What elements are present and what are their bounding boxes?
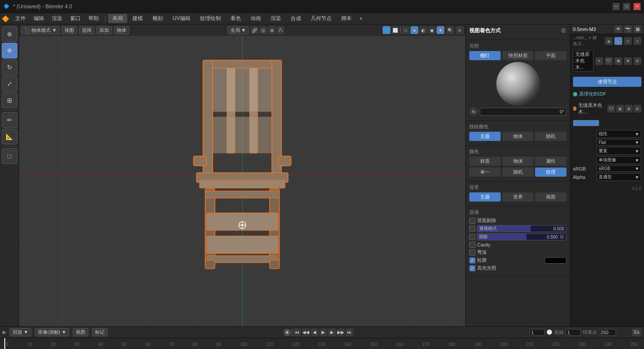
shadow-slider[interactable]: 阴影 0.500 ⚙ [477,233,566,240]
prev-frame-icon[interactable]: ◀ [311,328,319,336]
colorspace-dropdown[interactable]: sRGB ▼ [597,165,641,172]
matcap-sphere-preview[interactable] [496,62,540,106]
minimize-button[interactable]: ─ [613,3,620,10]
shading-wireframe[interactable]: □ [402,26,410,34]
material-color-swatch[interactable] [573,120,599,126]
add-material-icon[interactable]: + [595,57,603,65]
tl-marker-btn[interactable]: 标记 [92,328,108,336]
shadow-settings-icon[interactable]: ⚙ [559,234,564,240]
start-frame-input[interactable] [566,329,581,336]
lighting-matcap-btn[interactable]: 快照材质 [502,51,534,60]
delete-material-icon[interactable]: ✕ [624,57,632,65]
xray-icon[interactable]: ⬜ [391,26,399,34]
tab-rendering[interactable]: 渲染 [266,14,285,23]
outline-color-swatch[interactable] [545,257,566,263]
tab-sculpt[interactable]: 雕刻 [148,14,167,23]
maximize-button[interactable]: □ [623,3,630,10]
tool-scale[interactable]: ⤢ [2,76,17,92]
viewport-global[interactable]: 全局 ▼ [227,26,249,34]
material-icon[interactable]: ◈ [614,37,622,45]
render-layer-icon[interactable]: ▦ [634,25,641,33]
shadow-checkbox[interactable] [469,234,475,240]
alpha-dropdown[interactable]: 直通型 ▼ [597,173,641,181]
shield-material-icon[interactable]: 🛡 [607,105,615,113]
current-frame-input[interactable] [529,329,545,336]
add-menu[interactable]: 添加 [96,26,112,34]
color-object-btn[interactable]: 物体 [502,157,534,166]
shading-solid[interactable]: ● [410,26,418,34]
transform-pivot-icon[interactable]: ⊗ [268,26,276,34]
shading-eevee[interactable]: ◉ [428,26,436,34]
projection-dropdown[interactable]: Flat ▼ [597,139,641,146]
color-texture-btn[interactable]: 纹理 [535,168,566,177]
next-frame-icon[interactable]: ▶ [328,328,336,336]
tool-rotate[interactable]: ↻ [2,59,17,75]
menu-render[interactable]: 渲染 [48,14,66,23]
filter-icon[interactable]: ≡ [456,26,464,34]
mode-selector[interactable]: ⬛ 物体模式 ▼ [21,26,60,34]
more-options-icon[interactable]: ≡ [634,57,641,65]
interpolation-dropdown[interactable]: 线性 ▼ [597,130,641,138]
tab-add[interactable]: + [357,15,365,23]
use-nodes-button[interactable]: 使用节点 [573,77,641,87]
tool-cursor[interactable]: ⊕ [2,26,17,42]
shield-icon[interactable]: 🛡 [605,57,613,65]
prev-keyframe-icon[interactable]: ◀◀ [302,328,310,336]
menu-edit[interactable]: 编辑 [30,14,47,23]
tab-layout[interactable]: 布局 [108,14,127,23]
copy-node-icon[interactable]: ⊕ [616,105,624,113]
tab-compositing[interactable]: 合成 [286,14,305,23]
cavity-checkbox[interactable] [469,242,475,248]
outline-checkbox[interactable] [469,257,475,263]
color-random-btn[interactable]: 随机 [502,168,534,177]
backface-culling-checkbox[interactable] [469,218,475,224]
tl-view-btn[interactable]: 视图 [73,328,88,336]
bg-theme-btn[interactable]: 主题 [469,192,501,202]
tab-animation[interactable]: 动画 [246,14,265,23]
specular-checkbox[interactable] [469,265,475,271]
select-menu[interactable]: 选择 [79,26,95,34]
tool-move[interactable]: ✥ [2,43,17,58]
close-button[interactable]: ✕ [634,3,641,10]
shading-panel-toggle[interactable]: ▼ [437,26,444,34]
snap-magnet-icon[interactable]: 🔗 [251,26,258,34]
wireframe-object-btn[interactable]: 物体 [502,132,534,141]
menu-window[interactable]: 窗口 [67,14,84,23]
search-icon[interactable]: 🔍 [446,26,454,34]
viewport-overlay-icon[interactable]: 🌐 [383,26,390,34]
copy-material-icon[interactable]: ⊕ [614,57,622,65]
close-material-icon[interactable]: ✕ [624,37,632,45]
scene-icon[interactable]: ◉ [605,37,613,45]
bg-world-btn[interactable]: 世界 [502,192,534,202]
menu-help[interactable]: 帮助 [85,14,102,23]
tab-shading[interactable]: 看色 [226,14,245,23]
next-keyframe-icon[interactable]: ▶▶ [337,328,345,336]
tab-modeling[interactable]: 建模 [128,14,147,23]
key-insert-icon[interactable]: ◆ [284,329,291,336]
wireframe-random-btn[interactable]: 随机 [535,132,566,141]
pivot-dropdown[interactable]: 八 [277,26,285,34]
tool-add-cube[interactable]: □ [2,148,17,164]
tl-keying-btn[interactable]: 抠像(插帧) ▼ [35,328,69,336]
jump-end-icon[interactable]: ⏭ [346,328,353,336]
eye-toggle-icon[interactable]: 👁 [614,25,622,33]
color-attribute-btn[interactable]: 属性 [535,157,566,166]
wireframe-theme-btn[interactable]: 主题 [469,132,501,141]
timeline-track[interactable]: 11020304050 60708090100110 1201301401501… [0,338,644,349]
tool-transform[interactable]: ⊞ [2,92,17,108]
expand-node-icon[interactable]: ≡ [634,105,641,113]
viewport[interactable]: ⬛ 物体模式 ▼ 视图 选择 添加 物体 全局 ▼ 🔗 ◎ ⊗ 八 🌐 ⬜ [19,24,465,326]
menu-file[interactable]: 文件 [12,14,29,23]
curvature-checkbox[interactable] [469,250,475,256]
play-icon[interactable]: ▶ [319,328,327,336]
tool-measure[interactable]: 📐 [2,129,17,144]
end-frame-input[interactable] [599,329,616,336]
tab-uv-edit[interactable]: UV编辑 [168,14,195,23]
object-menu[interactable]: 物体 [114,26,129,34]
tab-texture-paint[interactable]: 纹理绘制 [196,14,225,23]
view-menu[interactable]: 视图 [61,26,77,34]
settings-gear-icon[interactable]: ⚙ [561,27,566,34]
tab-geometry-nodes[interactable]: 几何节点 [306,14,336,23]
bg-viewport-btn[interactable]: 视图 [535,192,566,202]
xray-checkbox[interactable] [469,226,475,232]
